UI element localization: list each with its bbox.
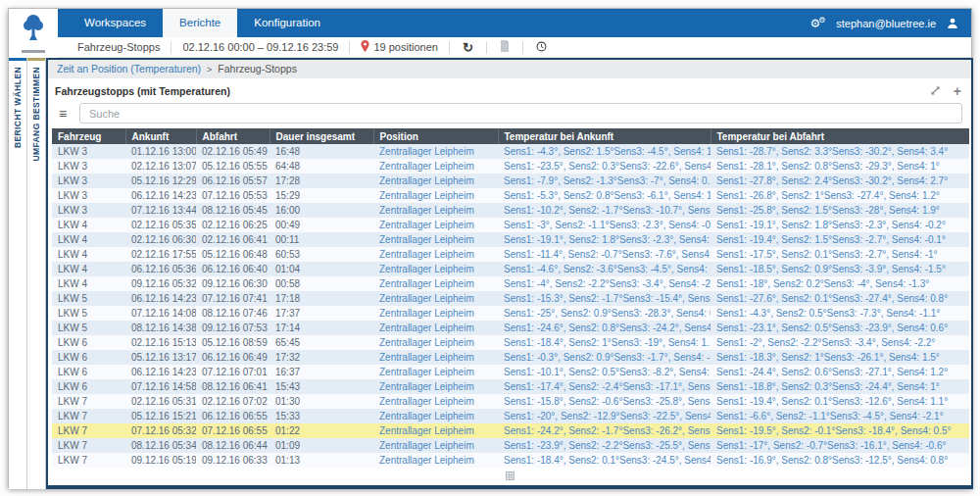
sidebar-tab-label: UMFANG BESTIMMEN xyxy=(31,67,41,162)
cell-temperatur-abfahrt: Sens1: -4.3°, Sens2: 0.5°Sens3: -7.3°, S… xyxy=(710,306,969,321)
app-logo[interactable] xyxy=(9,9,58,58)
refresh-button[interactable]: ↻ xyxy=(461,41,475,54)
position-link[interactable]: Zentrallager Leipheim xyxy=(373,394,498,409)
stops-table: FahrzeugAnkunftAbfahrtDauer insgesamtPos… xyxy=(52,128,969,468)
nav-tabs: Workspaces Berichte Konfiguration xyxy=(68,9,337,37)
position-link[interactable]: Zentrallager Leipheim xyxy=(373,159,498,174)
gears-icon[interactable]: ⚙⚙ xyxy=(809,17,825,29)
position-link[interactable]: Zentrallager Leipheim xyxy=(373,203,498,218)
table-row[interactable]: LKW 4 02.12.16 05:35 02.12.16 06:25 00:4… xyxy=(52,218,969,232)
cell-fahrzeug: LKW 4 xyxy=(52,276,125,291)
position-link[interactable]: Zentrallager Leipheim xyxy=(373,453,498,468)
position-link[interactable]: Zentrallager Leipheim xyxy=(373,365,498,379)
table-row[interactable]: LKW 6 02.12.16 15:13 05.12.16 08:59 65:4… xyxy=(52,335,969,350)
cell-temperatur-abfahrt: Sens1: -26.8°, Sens2: 1°Sens3: -27.4°, S… xyxy=(710,188,969,203)
search-input[interactable] xyxy=(79,103,962,124)
cell-temperatur-ankunft: Sens1: -4°, Sens2: -2.2°Sens3: -3.4°, Se… xyxy=(498,276,710,291)
cell-ankunft: 07.12.16 14:58 xyxy=(125,379,196,394)
cell-abfahrt: 07.12.16 07:01 xyxy=(196,365,270,379)
column-header[interactable]: Ankunft xyxy=(125,128,196,144)
table-row[interactable]: LKW 7 09.12.16 05:19 09.12.16 06:33 01:1… xyxy=(52,453,969,468)
cell-abfahrt: 06.12.16 06:55 xyxy=(196,409,270,423)
cell-ankunft: 05.12.16 12:29 xyxy=(125,174,196,188)
cell-dauer: 64:48 xyxy=(270,159,373,174)
schedule-button[interactable] xyxy=(534,40,549,55)
table-search-row: ≡ xyxy=(48,102,971,124)
cell-temperatur-abfahrt: Sens1: -18.8°, Sens2: 0.3°Sens3: -24.4°,… xyxy=(710,379,969,394)
date-range[interactable]: 02.12.16 00:00 – 09.12.16 23:59 xyxy=(182,41,338,53)
table-row[interactable]: LKW 3 01.12.16 13:00 02.12.16 05:49 16:4… xyxy=(52,144,969,159)
hamburger-icon[interactable]: ≡ xyxy=(53,107,73,121)
position-link[interactable]: Zentrallager Leipheim xyxy=(373,247,498,262)
position-link[interactable]: Zentrallager Leipheim xyxy=(373,379,498,394)
column-header[interactable]: Fahrzeug xyxy=(52,128,125,144)
cell-fahrzeug: LKW 6 xyxy=(52,350,125,365)
position-link[interactable]: Zentrallager Leipheim xyxy=(373,438,498,453)
grid-handle-icon[interactable] xyxy=(506,471,514,480)
table-row[interactable]: LKW 4 09.12.16 05:32 09.12.16 06:30 00:5… xyxy=(52,276,969,291)
position-link[interactable]: Zentrallager Leipheim xyxy=(373,276,498,291)
position-link[interactable]: Zentrallager Leipheim xyxy=(373,409,498,423)
position-link[interactable]: Zentrallager Leipheim xyxy=(373,291,498,306)
position-link[interactable]: Zentrallager Leipheim xyxy=(373,306,498,321)
cell-fahrzeug: LKW 7 xyxy=(52,438,125,453)
table-row[interactable]: LKW 7 08.12.16 05:34 08.12.16 06:44 01:0… xyxy=(52,438,969,453)
plus-icon[interactable]: + xyxy=(954,84,961,98)
column-header[interactable]: Abfahrt xyxy=(196,128,270,144)
nav-tab-konfiguration[interactable]: Konfiguration xyxy=(237,9,337,37)
column-header[interactable]: Dauer insgesamt xyxy=(270,128,373,144)
table-row[interactable]: LKW 7 05.12.16 15:21 06.12.16 06:55 15:3… xyxy=(52,409,969,423)
nav-tab-berichte[interactable]: Berichte xyxy=(163,9,237,37)
cell-ankunft: 08.12.16 05:34 xyxy=(125,438,196,453)
cell-dauer: 00:11 xyxy=(270,232,373,247)
position-link[interactable]: Zentrallager Leipheim xyxy=(373,188,498,203)
table-row[interactable]: LKW 7 07.12.16 05:32 07.12.16 06:55 01:2… xyxy=(52,423,969,438)
diagonal-resize-icon[interactable] xyxy=(930,85,941,96)
table-row[interactable]: LKW 5 08.12.16 14:38 09.12.16 07:53 17:1… xyxy=(52,321,969,335)
table-row[interactable]: LKW 4 02.12.16 17:55 05.12.16 06:48 60:5… xyxy=(52,247,969,262)
position-link[interactable]: Zentrallager Leipheim xyxy=(373,218,498,232)
toolbar-separator xyxy=(449,41,450,54)
cell-temperatur-ankunft: Sens1: -23.9°, Sens2: -2.2°Sens3: -25.5°… xyxy=(498,438,710,453)
column-header[interactable]: Position xyxy=(373,128,498,144)
table-row[interactable]: LKW 5 07.12.16 14:08 08.12.16 07:46 17:3… xyxy=(52,306,969,321)
report-toolbar: Fahrzeug-Stopps 02.12.16 00:00 – 09.12.1… xyxy=(9,37,971,58)
positions-count-label: 19 positionen xyxy=(373,41,437,53)
nav-tab-workspaces[interactable]: Workspaces xyxy=(68,9,163,37)
user-email[interactable]: stephan@bluetree.ie xyxy=(836,18,936,29)
position-link[interactable]: Zentrallager Leipheim xyxy=(373,321,498,335)
cell-temperatur-abfahrt: Sens1: -18°, Sens2: 0.2°Sens3: -4°, Sens… xyxy=(710,276,969,291)
position-link[interactable]: Zentrallager Leipheim xyxy=(373,423,498,438)
person-icon[interactable] xyxy=(947,18,958,29)
table-row[interactable]: LKW 6 06.12.16 14:23 07.12.16 07:01 16:3… xyxy=(52,365,969,379)
positions-indicator[interactable]: 19 positionen xyxy=(361,40,437,54)
sidebar-tab-bericht-waehlen[interactable]: BERICHT WÄHLEN xyxy=(9,58,27,489)
position-link[interactable]: Zentrallager Leipheim xyxy=(373,262,498,276)
table-row[interactable]: LKW 7 02.12.16 05:31 02.12.16 07:02 01:3… xyxy=(52,394,969,409)
sidebar-tab-umfang-bestimmen[interactable]: UMFANG BESTIMMEN xyxy=(27,58,46,489)
table-row[interactable]: LKW 6 07.12.16 14:58 08.12.16 06:41 15:4… xyxy=(52,379,969,394)
cell-temperatur-abfahrt: Sens1: -24.4°, Sens2: 0.6°Sens3: -27.1°,… xyxy=(710,365,969,379)
report-name: Fahrzeug-Stopps xyxy=(77,41,160,53)
cell-ankunft: 05.12.16 13:17 xyxy=(125,350,196,365)
table-row[interactable]: LKW 6 05.12.16 13:17 06.12.16 06:49 17:3… xyxy=(52,350,969,365)
position-link[interactable]: Zentrallager Leipheim xyxy=(373,350,498,365)
export-document-button[interactable] xyxy=(498,40,512,55)
table-row[interactable]: LKW 4 06.12.16 05:36 06.12.16 06:40 01:0… xyxy=(52,262,969,276)
table-row[interactable]: LKW 3 05.12.16 12:29 06.12.16 05:57 17:2… xyxy=(52,174,969,188)
position-link[interactable]: Zentrallager Leipheim xyxy=(373,232,498,247)
cell-temperatur-abfahrt: Sens1: -17°, Sens2: -0.7°Sens3: -16.1°, … xyxy=(710,438,969,453)
position-link[interactable]: Zentrallager Leipheim xyxy=(373,144,498,159)
cell-abfahrt: 05.12.16 06:48 xyxy=(196,247,270,262)
cell-dauer: 16:48 xyxy=(270,144,373,159)
table-row[interactable]: LKW 4 02.12.16 06:30 02.12.16 06:41 00:1… xyxy=(52,232,969,247)
table-row[interactable]: LKW 3 06.12.16 14:23 07.12.16 05:53 15:2… xyxy=(52,188,969,203)
table-row[interactable]: LKW 5 06.12.16 14:23 07.12.16 07:41 17:1… xyxy=(52,291,969,306)
position-link[interactable]: Zentrallager Leipheim xyxy=(373,335,498,350)
table-row[interactable]: LKW 3 07.12.16 13:44 08.12.16 05:45 16:0… xyxy=(52,203,969,218)
table-row[interactable]: LKW 3 02.12.16 13:07 05.12.16 05:55 64:4… xyxy=(52,159,969,174)
position-link[interactable]: Zentrallager Leipheim xyxy=(373,174,498,188)
breadcrumb-link-zeit-an-position[interactable]: Zeit an Position (Temperaturen) xyxy=(57,63,201,74)
column-header[interactable]: Temperatur bei Abfahrt xyxy=(710,128,969,144)
column-header[interactable]: Temperatur bei Ankunft xyxy=(498,128,710,144)
